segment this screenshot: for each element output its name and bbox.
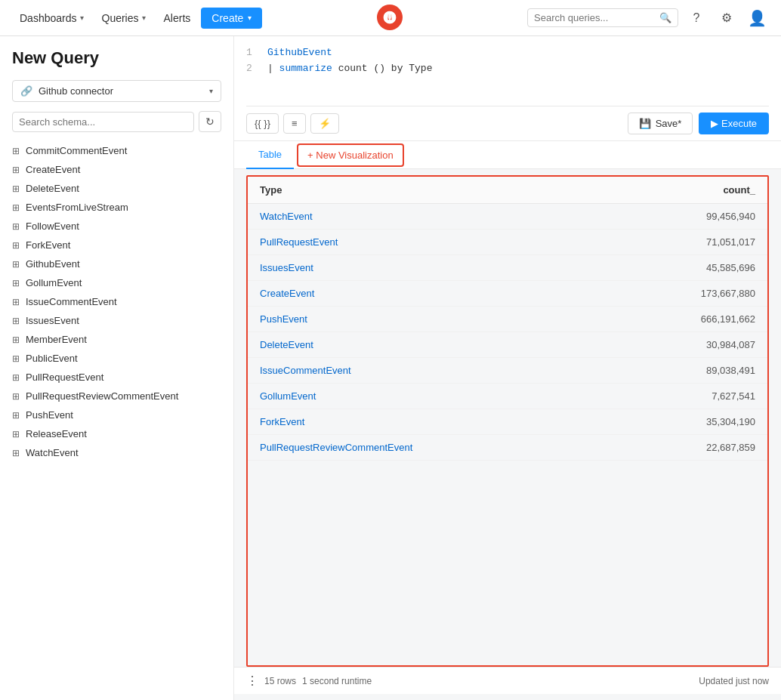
- cell-type: IssuesEvent: [248, 255, 607, 281]
- schema-item[interactable]: ⊞MemberEvent: [0, 330, 233, 349]
- table-row[interactable]: IssueCommentEvent 89,038,491: [248, 358, 767, 384]
- user-avatar[interactable]: 👤: [745, 6, 769, 30]
- table-icon: ⊞: [12, 391, 20, 402]
- table-icon: ⊞: [12, 372, 20, 383]
- connector-icon: 🔗: [20, 85, 32, 97]
- schema-search: ↻: [12, 111, 221, 132]
- rows-count: 15 rows: [264, 676, 296, 686]
- schema-item[interactable]: ⊞IssuesEvent: [0, 311, 233, 330]
- cell-count: 7,627,541: [607, 384, 767, 409]
- schema-item[interactable]: ⊞CreateEvent: [0, 160, 233, 179]
- bolt-button[interactable]: ⚡: [310, 113, 339, 134]
- schema-item[interactable]: ⊞PullRequestReviewCommentEvent: [0, 387, 233, 406]
- schema-item[interactable]: ⊞ReleaseEvent: [0, 424, 233, 443]
- save-icon: 💾: [639, 118, 651, 129]
- table-row[interactable]: DeleteEvent 30,984,087: [248, 332, 767, 358]
- cell-type: DeleteEvent: [248, 332, 607, 358]
- bolt-icon: ⚡: [319, 118, 331, 129]
- table-header-row: Type count_: [248, 177, 767, 204]
- execute-button[interactable]: ▶ Execute: [699, 113, 769, 134]
- query-editor: 1 GithubEvent 2 | summarize count () by …: [234, 36, 781, 141]
- tabs-bar: Table + New Visualization: [234, 141, 781, 169]
- table-row[interactable]: GollumEvent 7,627,541: [248, 384, 767, 409]
- col-count-header: count_: [607, 177, 767, 204]
- table-row[interactable]: CreateEvent 173,667,880: [248, 281, 767, 307]
- schema-refresh-button[interactable]: ↻: [199, 111, 221, 132]
- create-button[interactable]: Create ▾: [201, 8, 262, 29]
- schema-item[interactable]: ⊞PullRequestEvent: [0, 368, 233, 387]
- schema-item[interactable]: ⊞CommitCommentEvent: [0, 141, 233, 160]
- table-icon: ⊞: [12, 240, 20, 251]
- cell-count: 99,456,940: [607, 204, 767, 230]
- cell-count: 45,585,696: [607, 255, 767, 281]
- results-scroll[interactable]: Type count_ WatchEvent 99,456,940 PullRe…: [248, 177, 767, 665]
- connector-chevron: ▾: [209, 87, 213, 95]
- table-row[interactable]: ForkEvent 35,304,190: [248, 409, 767, 435]
- schema-item[interactable]: ⊞GithubEvent: [0, 254, 233, 273]
- table-row[interactable]: PullRequestEvent 71,051,017: [248, 230, 767, 255]
- table-icon: ⊞: [12, 183, 20, 194]
- list-icon: ≡: [292, 118, 298, 129]
- connector-label: Github connector: [39, 85, 113, 97]
- content-area: 1 GithubEvent 2 | summarize count () by …: [234, 36, 781, 700]
- search-icon: 🔍: [659, 12, 671, 23]
- table-icon: ⊞: [12, 429, 20, 439]
- schema-search-input[interactable]: [12, 112, 194, 132]
- alerts-nav[interactable]: Alerts: [156, 8, 199, 29]
- save-button[interactable]: 💾 Save*: [628, 113, 693, 134]
- table-row[interactable]: PullRequestReviewCommentEvent 22,687,859: [248, 435, 767, 461]
- cell-type: IssueCommentEvent: [248, 358, 607, 384]
- table-row[interactable]: WatchEvent 99,456,940: [248, 204, 767, 230]
- dashboards-nav[interactable]: Dashboards ▾: [12, 8, 91, 29]
- line-code-2: | summarize count () by Type: [267, 61, 432, 77]
- cell-count: 35,304,190: [607, 409, 767, 435]
- cell-type: GollumEvent: [248, 384, 607, 409]
- page-title: New Query: [0, 48, 233, 80]
- search-box[interactable]: 🔍: [527, 8, 678, 27]
- table-icon: ⊞: [12, 335, 20, 345]
- logo-icon: [377, 5, 403, 30]
- list-button[interactable]: ≡: [283, 113, 306, 134]
- schema-item[interactable]: ⊞WatchEvent: [0, 443, 233, 462]
- updated-time: Updated just now: [699, 676, 769, 686]
- table-icon: ⊞: [12, 297, 20, 307]
- sidebar: New Query 🔗 Github connector ▾ ↻ ⊞Commit…: [0, 36, 234, 700]
- schema-item[interactable]: ⊞DeleteEvent: [0, 179, 233, 198]
- line-num-1: 1: [246, 45, 258, 61]
- queries-chevron: ▾: [142, 14, 146, 22]
- editor-line-1: 1 GithubEvent: [246, 45, 769, 61]
- schema-item[interactable]: ⊞EventsFromLiveStream: [0, 198, 233, 217]
- settings-button[interactable]: ⚙: [715, 6, 739, 30]
- schema-item[interactable]: ⊞PushEvent: [0, 406, 233, 424]
- cell-count: 173,667,880: [607, 281, 767, 307]
- footer-menu[interactable]: ⋮: [246, 674, 258, 688]
- table-row[interactable]: PushEvent 666,191,662: [248, 307, 767, 332]
- results-footer: ⋮ 15 rows 1 second runtime Updated just …: [234, 667, 781, 694]
- format-button[interactable]: {{ }}: [246, 113, 279, 134]
- editor-area[interactable]: 1 GithubEvent 2 | summarize count () by …: [246, 45, 769, 106]
- connector-select[interactable]: 🔗 Github connector ▾: [12, 80, 221, 102]
- cell-type: PullRequestReviewCommentEvent: [248, 435, 607, 461]
- tab-table[interactable]: Table: [246, 141, 294, 169]
- search-input[interactable]: [534, 12, 659, 23]
- cell-type: CreateEvent: [248, 281, 607, 307]
- schema-item[interactable]: ⊞IssueCommentEvent: [0, 292, 233, 311]
- cell-type: PullRequestEvent: [248, 230, 607, 255]
- schema-item[interactable]: ⊞FollowEvent: [0, 217, 233, 236]
- schema-item[interactable]: ⊞ForkEvent: [0, 236, 233, 254]
- editor-line-2: 2 | summarize count () by Type: [246, 61, 769, 77]
- schema-item[interactable]: ⊞GollumEvent: [0, 273, 233, 292]
- main-layout: New Query 🔗 Github connector ▾ ↻ ⊞Commit…: [0, 36, 781, 700]
- col-type-header: Type: [248, 177, 607, 204]
- table-icon: ⊞: [12, 353, 20, 364]
- schema-item[interactable]: ⊞PublicEvent: [0, 349, 233, 368]
- cell-count: 22,687,859: [607, 435, 767, 461]
- queries-nav[interactable]: Queries ▾: [94, 8, 153, 29]
- help-button[interactable]: ?: [684, 6, 708, 30]
- tab-new-visualization[interactable]: + New Visualization: [297, 143, 404, 167]
- results-wrapper: Type count_ WatchEvent 99,456,940 PullRe…: [246, 175, 769, 667]
- cell-type: ForkEvent: [248, 409, 607, 435]
- table-icon: ⊞: [12, 165, 20, 175]
- cell-count: 89,038,491: [607, 358, 767, 384]
- table-row[interactable]: IssuesEvent 45,585,696: [248, 255, 767, 281]
